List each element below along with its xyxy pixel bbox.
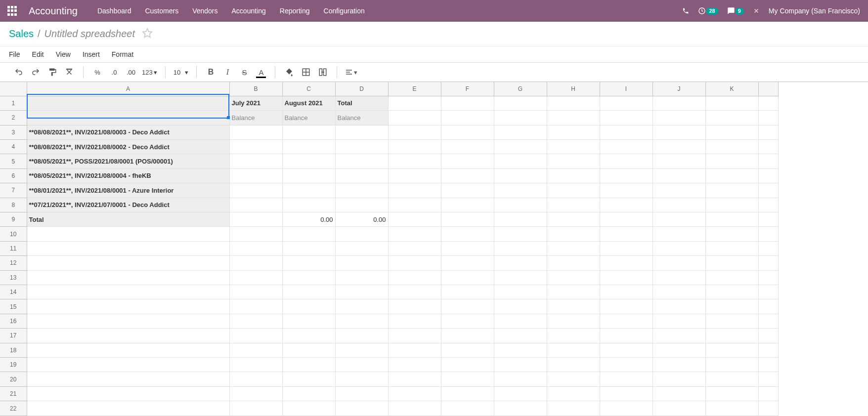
app-brand: Accounting <box>29 5 78 17</box>
fill-color-button[interactable] <box>283 65 295 79</box>
nav-items: Dashboard Customers Vendors Accounting R… <box>97 7 365 15</box>
top-nav: Accounting Dashboard Customers Vendors A… <box>0 0 868 22</box>
messages-button[interactable]: 9 <box>727 7 744 15</box>
text-color-button[interactable]: A <box>255 65 267 79</box>
increase-decimal-button[interactable]: .00 <box>125 65 137 79</box>
nav-configuration[interactable]: Configuration <box>324 7 365 15</box>
activities-badge: 28 <box>706 7 718 14</box>
apps-icon[interactable] <box>5 4 19 18</box>
strikethrough-button[interactable]: S <box>238 65 250 79</box>
redo-button[interactable] <box>30 65 42 79</box>
nav-accounting[interactable]: Accounting <box>232 7 266 15</box>
messages-badge: 9 <box>735 7 744 14</box>
paint-format-button[interactable] <box>46 65 58 79</box>
svg-marker-1 <box>143 29 152 37</box>
align-dropdown[interactable]: ▾ <box>345 65 357 79</box>
toolbar: % .0 .00 123▾ 10 ▾ B I S A ▾ <box>0 62 868 82</box>
breadcrumb-separator: / <box>38 28 41 40</box>
percent-format-button[interactable]: % <box>91 65 103 79</box>
menu-file[interactable]: File <box>9 50 20 58</box>
nav-reporting[interactable]: Reporting <box>280 7 310 15</box>
company-selector[interactable]: My Company (San Francisco) <box>769 7 863 15</box>
menu-view[interactable]: View <box>56 50 71 58</box>
nav-vendors[interactable]: Vendors <box>192 7 217 15</box>
menubar: File Edit View Insert Format <box>0 46 868 62</box>
menu-edit[interactable]: Edit <box>32 50 44 58</box>
font-size-dropdown[interactable]: 10 ▾ <box>174 65 189 79</box>
borders-button[interactable] <box>300 65 312 79</box>
breadcrumb-root[interactable]: Sales <box>9 28 34 40</box>
menu-format[interactable]: Format <box>112 50 133 58</box>
nav-customers[interactable]: Customers <box>145 7 178 15</box>
italic-button[interactable]: I <box>221 65 233 79</box>
clear-format-button[interactable] <box>63 65 75 79</box>
breadcrumb-title: Untitled spreadsheet <box>44 28 135 40</box>
menu-insert[interactable]: Insert <box>83 50 100 58</box>
close-icon[interactable] <box>753 7 760 14</box>
number-format-dropdown[interactable]: 123▾ <box>142 65 157 79</box>
favorite-star-icon[interactable] <box>142 28 153 40</box>
nav-dashboard[interactable]: Dashboard <box>97 7 131 15</box>
bold-button[interactable]: B <box>205 65 217 79</box>
topnav-right: 28 9 My Company (San Francisco) <box>682 7 863 15</box>
phone-icon[interactable] <box>682 7 689 14</box>
undo-button[interactable] <box>13 65 25 79</box>
decrease-decimal-button[interactable]: .0 <box>108 65 120 79</box>
activities-button[interactable]: 28 <box>698 7 718 15</box>
merge-cells-button[interactable] <box>317 65 329 79</box>
breadcrumb: Sales / Untitled spreadsheet <box>0 22 868 46</box>
